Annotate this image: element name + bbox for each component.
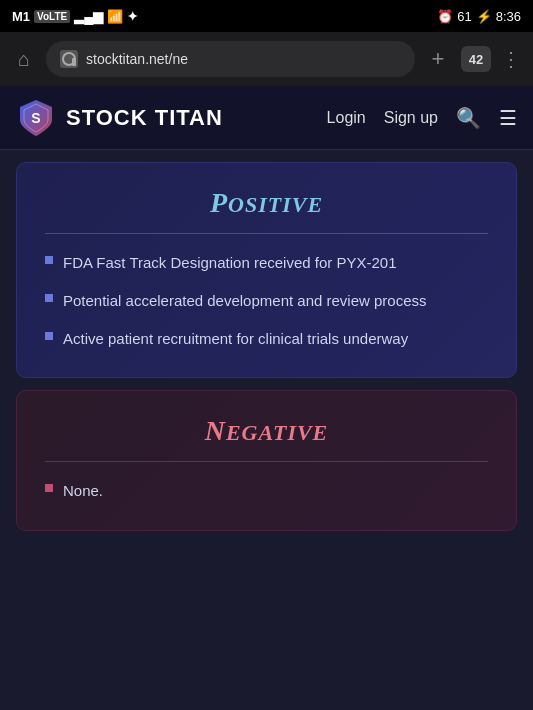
negative-card: NEGATIVE None. <box>16 390 517 531</box>
negative-title-rest: EGATIVE <box>226 420 328 445</box>
negative-divider <box>45 461 488 462</box>
bullet-icon <box>45 294 53 302</box>
positive-title-cap: P <box>210 187 228 218</box>
browser-tabs-button[interactable]: 42 <box>461 46 491 72</box>
list-item: Potential accelerated development and re… <box>45 290 488 312</box>
positive-title-rest: OSITIVE <box>228 192 323 217</box>
search-icon[interactable]: 🔍 <box>456 106 481 130</box>
browser-url-bar[interactable]: stocktitan.net/ne <box>46 41 415 77</box>
positive-divider <box>45 233 488 234</box>
positive-bullet-list: FDA Fast Track Designation received for … <box>45 252 488 349</box>
browser-more-button[interactable]: ⋮ <box>499 47 523 71</box>
negative-title-cap: N <box>205 415 226 446</box>
wifi-icon: 📶 <box>107 9 123 24</box>
browser-home-button[interactable]: ⌂ <box>10 48 38 71</box>
negative-card-title: NEGATIVE <box>45 415 488 447</box>
unknown-icon: ✦ <box>127 9 138 24</box>
site-icon <box>60 50 78 68</box>
positive-card-title: POSITIVE <box>45 187 488 219</box>
clock-time: 8:36 <box>496 9 521 24</box>
login-button[interactable]: Login <box>327 109 366 127</box>
bullet-text: FDA Fast Track Designation received for … <box>63 252 396 274</box>
bullet-text: Potential accelerated development and re… <box>63 290 427 312</box>
browser-bar: ⌂ stocktitan.net/ne + 42 ⋮ <box>0 32 533 86</box>
svg-text:S: S <box>31 110 40 126</box>
brand-name: STOCK TITAN <box>66 105 223 131</box>
battery-charging-icon: ⚡ <box>476 9 492 24</box>
nav-logo-wrapper: S STOCK TITAN <box>16 98 327 138</box>
carrier-label: M1 <box>12 9 30 24</box>
nav-actions: Login Sign up 🔍 ☰ <box>327 106 517 130</box>
status-carrier: M1 VoLTE ▂▄▆ 📶 ✦ <box>12 9 138 24</box>
bullet-text: Active patient recruitment for clinical … <box>63 328 408 350</box>
battery-level: 61 <box>457 9 471 24</box>
bullet-icon <box>45 484 53 492</box>
menu-icon[interactable]: ☰ <box>499 106 517 130</box>
bullet-icon <box>45 332 53 340</box>
alarm-icon: ⏰ <box>437 9 453 24</box>
negative-bullet-list: None. <box>45 480 488 502</box>
bullet-icon <box>45 256 53 264</box>
url-text: stocktitan.net/ne <box>86 51 401 67</box>
positive-card: POSITIVE FDA Fast Track Designation rece… <box>16 162 517 378</box>
list-item: FDA Fast Track Designation received for … <box>45 252 488 274</box>
signal-bars-icon: ▂▄▆ <box>74 9 103 24</box>
status-bar: M1 VoLTE ▂▄▆ 📶 ✦ ⏰ 61 ⚡ 8:36 <box>0 0 533 32</box>
status-right: ⏰ 61 ⚡ 8:36 <box>437 9 521 24</box>
browser-add-tab-button[interactable]: + <box>423 46 453 72</box>
list-item: None. <box>45 480 488 502</box>
signup-button[interactable]: Sign up <box>384 109 438 127</box>
main-content: POSITIVE FDA Fast Track Designation rece… <box>0 162 533 531</box>
volte-badge: VoLTE <box>34 10 70 23</box>
brand-logo-icon: S <box>16 98 56 138</box>
bullet-text: None. <box>63 480 103 502</box>
list-item: Active patient recruitment for clinical … <box>45 328 488 350</box>
nav-bar: S STOCK TITAN Login Sign up 🔍 ☰ <box>0 86 533 150</box>
